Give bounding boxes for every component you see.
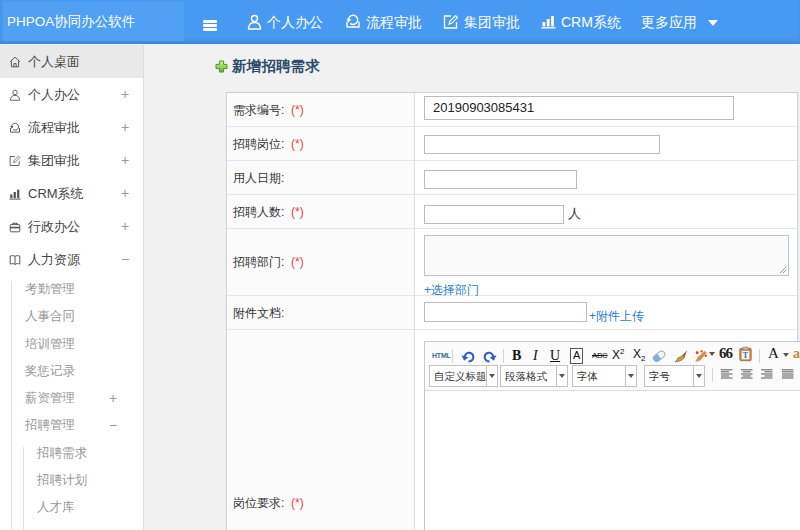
svg-text:T: T — [743, 351, 749, 360]
